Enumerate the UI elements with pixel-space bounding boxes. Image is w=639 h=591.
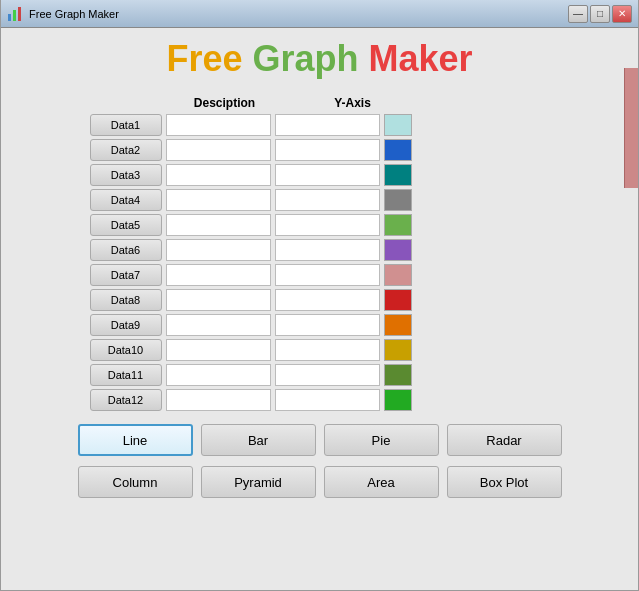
description-input-3[interactable] xyxy=(166,164,271,186)
window-controls: — □ ✕ xyxy=(568,5,632,23)
line-button[interactable]: Line xyxy=(78,424,193,456)
data-button-4[interactable]: Data4 xyxy=(90,189,162,211)
data-button-11[interactable]: Data11 xyxy=(90,364,162,386)
description-input-10[interactable] xyxy=(166,339,271,361)
data-button-1[interactable]: Data1 xyxy=(90,114,162,136)
description-input-11[interactable] xyxy=(166,364,271,386)
area-button[interactable]: Area xyxy=(324,466,439,498)
table-row: Data8 xyxy=(90,289,550,311)
table-row: Data1 xyxy=(90,114,550,136)
color-swatch-1[interactable] xyxy=(384,114,412,136)
color-swatch-6[interactable] xyxy=(384,239,412,261)
data-button-12[interactable]: Data12 xyxy=(90,389,162,411)
table-row: Data9 xyxy=(90,314,550,336)
data-table: Desciption Y-Axis Data1 Data2 Data3 Data… xyxy=(90,96,550,414)
app-title: Free Graph Maker xyxy=(166,38,472,80)
data-button-9[interactable]: Data9 xyxy=(90,314,162,336)
yaxis-input-11[interactable] xyxy=(275,364,380,386)
main-window: Free Graph Maker — □ ✕ Free Graph Maker … xyxy=(0,0,639,591)
title-free: Free xyxy=(166,38,252,79)
svg-rect-0 xyxy=(8,14,11,21)
chart-type-buttons: Line Bar Pie Radar xyxy=(78,424,562,456)
color-swatch-4[interactable] xyxy=(384,189,412,211)
color-swatch-11[interactable] xyxy=(384,364,412,386)
yaxis-input-12[interactable] xyxy=(275,389,380,411)
data-button-8[interactable]: Data8 xyxy=(90,289,162,311)
yaxis-input-7[interactable] xyxy=(275,264,380,286)
description-input-5[interactable] xyxy=(166,214,271,236)
yaxis-input-5[interactable] xyxy=(275,214,380,236)
chart-type-buttons-row2: Column Pyramid Area Box Plot xyxy=(78,466,562,498)
table-row: Data10 xyxy=(90,339,550,361)
table-row: Data2 xyxy=(90,139,550,161)
maximize-button[interactable]: □ xyxy=(590,5,610,23)
yaxis-input-6[interactable] xyxy=(275,239,380,261)
yaxis-input-2[interactable] xyxy=(275,139,380,161)
table-row: Data3 xyxy=(90,164,550,186)
svg-rect-1 xyxy=(13,10,16,21)
color-swatch-10[interactable] xyxy=(384,339,412,361)
main-content: Free Graph Maker Desciption Y-Axis Data1… xyxy=(1,28,638,590)
table-row: Data5 xyxy=(90,214,550,236)
column-button[interactable]: Column xyxy=(78,466,193,498)
close-button[interactable]: ✕ xyxy=(612,5,632,23)
table-header: Desciption Y-Axis xyxy=(90,96,550,110)
pie-button[interactable]: Pie xyxy=(324,424,439,456)
description-header: Desciption xyxy=(170,96,280,110)
data-button-6[interactable]: Data6 xyxy=(90,239,162,261)
yaxis-input-8[interactable] xyxy=(275,289,380,311)
description-input-9[interactable] xyxy=(166,314,271,336)
bar-button[interactable]: Bar xyxy=(201,424,316,456)
svg-rect-2 xyxy=(18,7,21,21)
description-input-1[interactable] xyxy=(166,114,271,136)
description-input-12[interactable] xyxy=(166,389,271,411)
data-button-3[interactable]: Data3 xyxy=(90,164,162,186)
yaxis-input-10[interactable] xyxy=(275,339,380,361)
table-row: Data12 xyxy=(90,389,550,411)
yaxis-input-9[interactable] xyxy=(275,314,380,336)
rows-container: Data1 Data2 Data3 Data4 Data5 Data6 Data… xyxy=(90,114,550,411)
color-swatch-7[interactable] xyxy=(384,264,412,286)
yaxis-input-3[interactable] xyxy=(275,164,380,186)
color-swatch-5[interactable] xyxy=(384,214,412,236)
color-swatch-12[interactable] xyxy=(384,389,412,411)
description-input-6[interactable] xyxy=(166,239,271,261)
scrollbar[interactable] xyxy=(624,68,638,188)
table-row: Data4 xyxy=(90,189,550,211)
color-swatch-3[interactable] xyxy=(384,164,412,186)
minimize-button[interactable]: — xyxy=(568,5,588,23)
color-swatch-2[interactable] xyxy=(384,139,412,161)
color-swatch-9[interactable] xyxy=(384,314,412,336)
radar-button[interactable]: Radar xyxy=(447,424,562,456)
yaxis-input-4[interactable] xyxy=(275,189,380,211)
yaxis-input-1[interactable] xyxy=(275,114,380,136)
description-input-7[interactable] xyxy=(166,264,271,286)
color-swatch-8[interactable] xyxy=(384,289,412,311)
window-title: Free Graph Maker xyxy=(29,8,562,20)
pyramid-button[interactable]: Pyramid xyxy=(201,466,316,498)
data-button-2[interactable]: Data2 xyxy=(90,139,162,161)
data-button-10[interactable]: Data10 xyxy=(90,339,162,361)
description-input-4[interactable] xyxy=(166,189,271,211)
table-row: Data6 xyxy=(90,239,550,261)
data-button-5[interactable]: Data5 xyxy=(90,214,162,236)
app-icon xyxy=(7,6,23,22)
table-row: Data7 xyxy=(90,264,550,286)
title-maker: Maker xyxy=(369,38,473,79)
description-input-2[interactable] xyxy=(166,139,271,161)
yaxis-header: Y-Axis xyxy=(298,96,408,110)
data-button-7[interactable]: Data7 xyxy=(90,264,162,286)
table-row: Data11 xyxy=(90,364,550,386)
title-graph: Graph xyxy=(252,38,368,79)
boxplot-button[interactable]: Box Plot xyxy=(447,466,562,498)
titlebar: Free Graph Maker — □ ✕ xyxy=(1,0,638,28)
description-input-8[interactable] xyxy=(166,289,271,311)
